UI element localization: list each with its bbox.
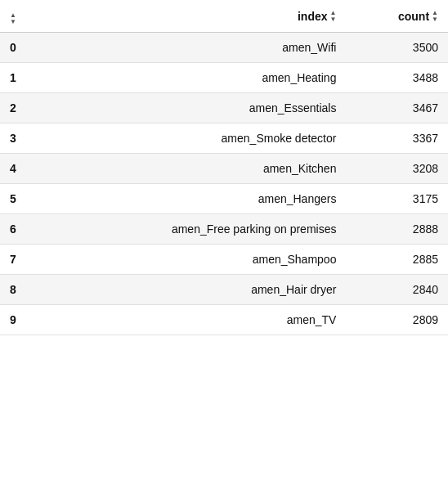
index-sort-arrows: ▲ ▼ [330, 10, 337, 23]
data-table: ▲ ▼ index ▲ ▼ count [0, 0, 448, 335]
table-body: 0amen_Wifi35001amen_Heating34882amen_Ess… [0, 33, 448, 335]
cell-row-num: 8 [0, 275, 61, 305]
table-row: 5amen_Hangers3175 [0, 184, 448, 214]
cell-count: 2885 [346, 245, 448, 275]
cell-row-num: 9 [0, 305, 61, 335]
cell-row-num: 0 [0, 33, 61, 63]
cell-count: 3367 [346, 124, 448, 154]
index-label: index [298, 10, 328, 23]
cell-count: 3488 [346, 63, 448, 93]
cell-index: amen_Hangers [61, 184, 347, 214]
cell-index: amen_Essentials [61, 93, 347, 124]
cell-row-num: 2 [0, 93, 61, 124]
cell-index: amen_TV [61, 305, 347, 335]
cell-index: amen_Free parking on premises [61, 214, 347, 245]
cell-row-num: 1 [0, 63, 61, 93]
count-sort-wrap[interactable]: count ▲ ▼ [398, 10, 438, 23]
table-row: 4amen_Kitchen3208 [0, 154, 448, 184]
cell-row-num: 5 [0, 184, 61, 214]
cell-count: 2888 [346, 214, 448, 245]
cell-count: 3208 [346, 154, 448, 184]
cell-index: amen_Hair dryer [61, 275, 347, 305]
cell-index: amen_Heating [61, 63, 347, 93]
col-header-index[interactable]: index ▲ ▼ [61, 0, 347, 33]
cell-row-num: 4 [0, 154, 61, 184]
cell-index: amen_Shampoo [61, 245, 347, 275]
cell-count: 3175 [346, 184, 448, 214]
cell-row-num: 3 [0, 124, 61, 154]
cell-row-num: 6 [0, 214, 61, 245]
table-header-row: ▲ ▼ index ▲ ▼ count [0, 0, 448, 33]
table-row: 0amen_Wifi3500 [0, 33, 448, 63]
table-row: 6amen_Free parking on premises2888 [0, 214, 448, 245]
table-row: 9amen_TV2809 [0, 305, 448, 335]
col-header-row-num[interactable]: ▲ ▼ [0, 0, 61, 33]
cell-index: amen_Wifi [61, 33, 347, 63]
table-row: 3amen_Smoke detector3367 [0, 124, 448, 154]
col-header-count[interactable]: count ▲ ▼ [346, 0, 448, 33]
table-row: 1amen_Heating3488 [0, 63, 448, 93]
cell-row-num: 7 [0, 245, 61, 275]
count-label: count [398, 10, 429, 23]
cell-count: 2809 [346, 305, 448, 335]
cell-index: amen_Kitchen [61, 154, 347, 184]
table-row: 7amen_Shampoo2885 [0, 245, 448, 275]
row-num-sort-icon[interactable]: ▲ ▼ [10, 12, 16, 25]
count-sort-arrows: ▲ ▼ [432, 10, 438, 23]
cell-index: amen_Smoke detector [61, 124, 347, 154]
index-sort-wrap[interactable]: index ▲ ▼ [298, 10, 337, 23]
cell-count: 3500 [346, 33, 448, 63]
table-row: 8amen_Hair dryer2840 [0, 275, 448, 305]
cell-count: 3467 [346, 93, 448, 124]
cell-count: 2840 [346, 275, 448, 305]
table-row: 2amen_Essentials3467 [0, 93, 448, 124]
